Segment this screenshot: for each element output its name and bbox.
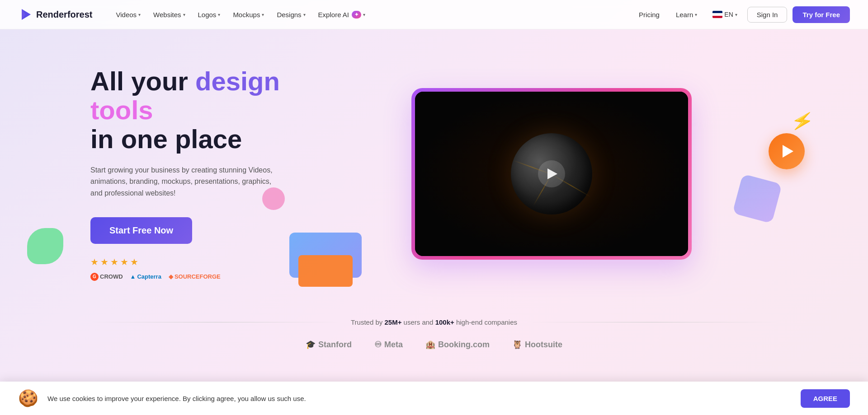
stanford-icon: 🎓 <box>306 340 316 350</box>
hero-title-design: design <box>195 66 280 96</box>
video-play-button[interactable] <box>538 160 565 187</box>
nav-item-explore-ai[interactable]: Explore AI ✦ ▾ <box>313 7 371 22</box>
sign-in-button[interactable]: Sign In <box>747 7 788 23</box>
try-for-free-button[interactable]: Try for Free <box>793 6 850 23</box>
decorative-card-orange <box>298 255 353 287</box>
chevron-down-icon: ▾ <box>303 12 306 17</box>
badge-capterra-text: Capterra <box>137 273 161 280</box>
company-logos: 🎓 Stanford ♾ Meta 🏨 Booking.com 🦉 Hootsu… <box>90 340 778 350</box>
nav-pricing[interactable]: Pricing <box>633 7 665 22</box>
logo-text: Renderforest <box>36 9 92 20</box>
start-free-now-button[interactable]: Start Free Now <box>90 217 192 244</box>
chevron-down-icon: ▾ <box>218 12 220 17</box>
divider-left <box>90 322 342 322</box>
nav-item-websites[interactable]: Websites ▾ <box>148 7 190 22</box>
capterra-icon: ▲ <box>130 273 136 280</box>
video-inner <box>415 92 688 256</box>
nav-right: Pricing Learn ▾ EN ▾ Sign In Try for Fre… <box>633 6 850 23</box>
logo-icon <box>18 7 33 22</box>
hero-title: All your design toolsin one place <box>90 67 326 153</box>
badge-sourceforge: ◆ SOURCEFORGE <box>169 273 221 280</box>
nav-item-designs[interactable]: Designs ▾ <box>271 7 311 22</box>
hero-section: All your design toolsin one place Start … <box>0 29 868 309</box>
meta-icon: ♾ <box>374 340 382 350</box>
star-2: ★ <box>100 256 108 267</box>
trusted-divider: Trusted by 25M+ users and 100k+ high-end… <box>90 318 778 326</box>
trusted-users: 25M+ <box>384 318 401 326</box>
new-badge: ✦ <box>352 11 361 19</box>
star-1: ★ <box>90 256 99 267</box>
decorative-play-button <box>769 133 805 169</box>
logo-hootsuite: 🦉 Hootsuite <box>512 340 562 350</box>
cookie-banner: 🍪 We use cookies to improve your experie… <box>0 382 868 415</box>
flag-icon <box>712 11 722 18</box>
decorative-lightning-icon: ⚡ <box>789 109 815 134</box>
logo-booking: 🏨 Booking.com <box>425 340 490 350</box>
nav-links: Videos ▾ Websites ▾ Logos ▾ Mockups ▾ De… <box>110 7 633 22</box>
booking-icon: 🏨 <box>425 340 435 350</box>
navbar: Renderforest Videos ▾ Websites ▾ Logos ▾… <box>0 0 868 29</box>
nav-language-selector[interactable]: EN ▾ <box>708 8 741 21</box>
divider-right <box>526 322 778 322</box>
badge-crowd-text: CROWD <box>100 273 123 280</box>
decorative-square-blue <box>732 174 782 224</box>
nav-item-logos[interactable]: Logos ▾ <box>193 7 226 22</box>
star-3: ★ <box>110 256 118 267</box>
g2-logo-icon: G <box>90 273 99 281</box>
cookie-emoji-icon: 🍪 <box>18 389 38 408</box>
nav-item-mockups[interactable]: Mockups ▾ <box>227 7 269 22</box>
video-scene <box>415 92 688 256</box>
badge-g2crowd: G CROWD <box>90 273 123 281</box>
chevron-down-icon: ▾ <box>735 12 737 17</box>
chevron-down-icon: ▾ <box>262 12 264 17</box>
chevron-down-icon: ▾ <box>138 12 141 17</box>
logo-stanford: 🎓 Stanford <box>306 340 352 350</box>
logo-link[interactable]: Renderforest <box>18 7 92 22</box>
cookie-text: We use cookies to improve your experienc… <box>47 394 792 403</box>
chevron-down-icon: ▾ <box>183 12 185 17</box>
hero-right: ⚡ <box>326 88 778 260</box>
trusted-text: Trusted by 25M+ users and 100k+ high-end… <box>351 318 517 326</box>
badge-sf-text: SOURCEFORGE <box>175 273 221 280</box>
nav-learn[interactable]: Learn ▾ <box>670 7 703 22</box>
video-frame <box>411 88 692 260</box>
chevron-down-icon: ▾ <box>695 12 697 17</box>
sf-icon: ◆ <box>169 273 173 280</box>
hootsuite-icon: 🦉 <box>512 340 522 350</box>
agree-button[interactable]: AGREE <box>801 389 850 408</box>
decorative-card-blue <box>289 233 362 278</box>
star-4: ★ <box>120 256 128 267</box>
badge-capterra: ▲ Capterra <box>130 273 161 280</box>
hero-subtitle: Start growing your business by creating … <box>90 164 280 199</box>
logo-meta: ♾ Meta <box>374 340 403 350</box>
hero-title-part2: in one place <box>90 124 242 154</box>
hero-title-tools: tools <box>90 95 153 125</box>
hero-title-part1: All your <box>90 66 195 96</box>
chevron-down-icon: ▾ <box>363 12 365 17</box>
star-5: ★ <box>130 256 138 267</box>
nav-item-videos[interactable]: Videos ▾ <box>110 7 146 22</box>
trusted-section: Trusted by 25M+ users and 100k+ high-end… <box>0 309 868 359</box>
decorative-blob-green <box>27 228 63 264</box>
trusted-companies: 100k+ <box>435 318 454 326</box>
